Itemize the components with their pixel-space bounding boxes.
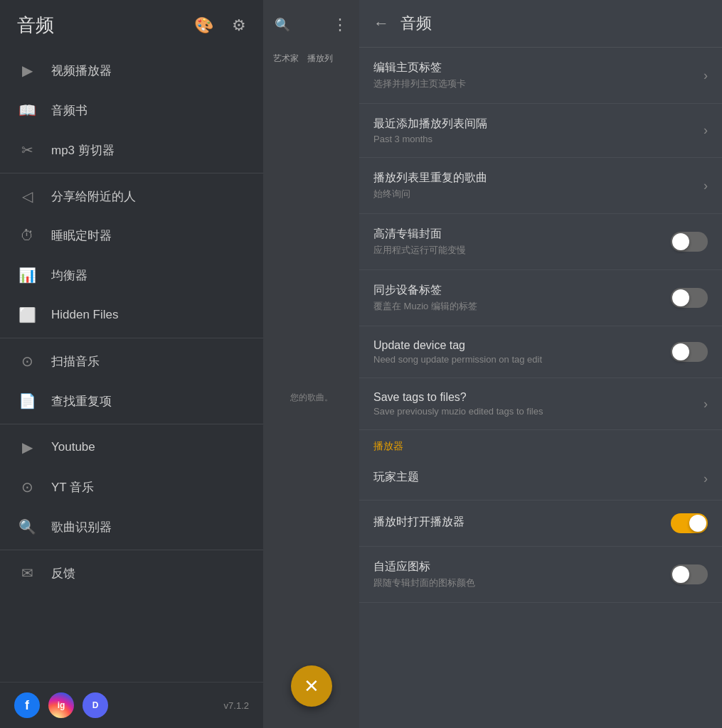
settings-item-edit-home-tabs[interactable]: 编辑主页标签选择并排列主页选项卡›: [359, 48, 722, 104]
sidebar-item-find-duplicates[interactable]: 📄 查找重复项: [0, 381, 263, 421]
sleep-timer-icon: ⏱: [17, 228, 37, 244]
sidebar-header-icons: 🎨 ⚙: [191, 14, 249, 38]
sync-device-tags-toggle[interactable]: [671, 288, 708, 308]
yt-music-label: YT 音乐: [51, 479, 94, 496]
middle-panel: 🔍 ⋮ 艺术家 播放列 您的歌曲。 ✕: [263, 0, 359, 728]
feedback-icon: ✉: [17, 564, 37, 582]
divider: [0, 550, 263, 550]
adaptive-icon-title: 自适应图标: [373, 560, 671, 574]
settings-item-update-device-tag[interactable]: Update device tagNeed song update permis…: [359, 326, 722, 378]
mp3-cutter-icon: ✂: [17, 141, 37, 159]
middle-header: 🔍 ⋮: [263, 0, 359, 50]
player-theme-title: 玩家主题: [373, 470, 704, 485]
tab-artist[interactable]: 艺术家: [269, 50, 303, 68]
settings-list: 编辑主页标签选择并排列主页选项卡›最近添加播放列表间隔Past 3 months…: [359, 48, 722, 728]
sidebar: 音频 🎨 ⚙ ▶ 视频播放器 📖 音频书 ✂ mp3 剪切器 ◁ 分享给附近的人…: [0, 0, 263, 728]
settings-title: 音频: [400, 13, 432, 34]
sidebar-item-equalizer[interactable]: 📊 均衡器: [0, 255, 263, 295]
save-tags-to-files-title: Save tags to files?: [373, 391, 704, 404]
song-recognizer-icon: 🔍: [17, 518, 37, 535]
settings-item-hd-album-art[interactable]: 高清专辑封面应用程式运行可能变慢: [359, 214, 722, 270]
back-button[interactable]: ←: [373, 14, 389, 33]
adaptive-icon-toggle[interactable]: [671, 564, 708, 584]
hidden-files-icon: ⬜: [17, 306, 37, 323]
recently-added-interval-title: 最近添加播放列表间隔: [373, 117, 704, 132]
settings-item-player-theme[interactable]: 玩家主题›: [359, 457, 722, 500]
sidebar-header: 音频 🎨 ⚙: [0, 0, 263, 50]
hd-album-art-toggle[interactable]: [671, 232, 708, 252]
settings-item-playlist-duplicates[interactable]: 播放列表里重复的歌曲始终询问›: [359, 158, 722, 214]
fab-button[interactable]: ✕: [291, 665, 332, 707]
sidebar-item-youtube[interactable]: ▶ Youtube: [0, 427, 263, 467]
audiobook-label: 音频书: [51, 102, 87, 119]
mp3-cutter-label: mp3 剪切器: [51, 142, 115, 159]
middle-search-icon[interactable]: 🔍: [272, 14, 293, 36]
open-player-on-play-toggle[interactable]: [671, 513, 708, 533]
sidebar-item-song-recognizer[interactable]: 🔍 歌曲识别器: [0, 507, 263, 547]
edit-home-tabs-subtitle: 选择并排列主页选项卡: [373, 77, 704, 90]
sidebar-item-mp3-cutter[interactable]: ✂ mp3 剪切器: [0, 130, 263, 170]
update-device-tag-subtitle: Need song update permission on tag edit: [373, 354, 671, 365]
version-label: v7.1.2: [224, 700, 249, 711]
sidebar-menu: ▶ 视频播放器 📖 音频书 ✂ mp3 剪切器 ◁ 分享给附近的人 ⏱ 睡眠定时…: [0, 50, 263, 682]
divider: [0, 173, 263, 173]
middle-tabs: 艺术家 播放列: [263, 50, 359, 68]
hd-album-art-toggle-knob: [672, 233, 689, 250]
settings-item-adaptive-icon[interactable]: 自适应图标跟随专辑封面的图标颜色: [359, 547, 722, 603]
open-player-on-play-toggle-knob: [689, 515, 706, 532]
sidebar-item-feedback[interactable]: ✉ 反馈: [0, 553, 263, 593]
video-player-label: 视频播放器: [51, 63, 112, 79]
divider: [0, 424, 263, 424]
middle-content: 您的歌曲。: [263, 68, 359, 728]
share-nearby-icon: ◁: [17, 188, 37, 205]
update-device-tag-toggle[interactable]: [671, 342, 708, 362]
hidden-files-label: Hidden Files: [51, 308, 119, 322]
settings-item-open-player-on-play[interactable]: 播放时打开播放器: [359, 500, 722, 547]
divider: [0, 338, 263, 338]
settings-item-sync-device-tags[interactable]: 同步设备标签覆盖在 Muzio 编辑的标签: [359, 270, 722, 326]
equalizer-icon: 📊: [17, 267, 37, 284]
scan-music-label: 扫描音乐: [51, 353, 100, 370]
sync-device-tags-subtitle: 覆盖在 Muzio 编辑的标签: [373, 300, 671, 313]
scan-music-icon: ⊙: [17, 353, 37, 370]
sleep-timer-label: 睡眠定时器: [51, 228, 112, 244]
sidebar-title: 音频: [17, 13, 54, 38]
tab-playlist[interactable]: 播放列: [303, 50, 337, 68]
settings-panel: ← 音频 编辑主页标签选择并排列主页选项卡›最近添加播放列表间隔Past 3 m…: [359, 0, 722, 728]
facebook-icon[interactable]: f: [14, 692, 40, 718]
edit-home-tabs-title: 编辑主页标签: [373, 60, 704, 75]
edit-home-tabs-chevron-icon: ›: [704, 68, 708, 83]
sidebar-item-audiobook[interactable]: 📖 音频书: [0, 90, 263, 130]
sidebar-item-share-nearby[interactable]: ◁ 分享给附近的人: [0, 176, 263, 216]
middle-empty-text: 您的歌曲。: [290, 392, 333, 404]
find-duplicates-label: 查找重复项: [51, 393, 112, 410]
settings-item-save-tags-to-files[interactable]: Save tags to files?Save previously muzio…: [359, 378, 722, 430]
adaptive-icon-subtitle: 跟随专辑封面的图标颜色: [373, 577, 671, 589]
hd-album-art-subtitle: 应用程式运行可能变慢: [373, 244, 671, 257]
playlist-duplicates-chevron-icon: ›: [704, 178, 708, 193]
settings-item-recently-added-interval[interactable]: 最近添加播放列表间隔Past 3 months›: [359, 104, 722, 158]
adaptive-icon-toggle-knob: [672, 566, 689, 583]
sidebar-item-yt-music[interactable]: ⊙ YT 音乐: [0, 467, 263, 507]
video-player-icon: ▶: [17, 62, 37, 79]
open-player-on-play-title: 播放时打开播放器: [373, 515, 671, 530]
feedback-label: 反馈: [51, 565, 75, 582]
recently-added-interval-subtitle: Past 3 months: [373, 134, 704, 144]
update-device-tag-toggle-knob: [672, 343, 689, 360]
sidebar-item-hidden-files[interactable]: ⬜ Hidden Files: [0, 295, 263, 335]
instagram-icon[interactable]: ig: [48, 692, 74, 718]
social-icons: f ig D: [14, 692, 108, 718]
youtube-label: Youtube: [51, 440, 95, 454]
middle-more-icon[interactable]: ⋮: [329, 13, 351, 37]
settings-icon[interactable]: ⚙: [229, 14, 249, 38]
share-nearby-label: 分享给附近的人: [51, 188, 136, 205]
sidebar-item-video-player[interactable]: ▶ 视频播放器: [0, 50, 263, 90]
sidebar-item-sleep-timer[interactable]: ⏱ 睡眠定时器: [0, 216, 263, 255]
sync-device-tags-toggle-knob: [672, 289, 689, 306]
save-tags-to-files-subtitle: Save previously muzio edited tags to fil…: [373, 406, 704, 417]
discord-icon[interactable]: D: [83, 692, 108, 718]
playlist-duplicates-title: 播放列表里重复的歌曲: [373, 171, 704, 186]
sidebar-item-scan-music[interactable]: ⊙ 扫描音乐: [0, 341, 263, 381]
palette-icon[interactable]: 🎨: [191, 14, 216, 38]
hd-album-art-title: 高清专辑封面: [373, 227, 671, 242]
